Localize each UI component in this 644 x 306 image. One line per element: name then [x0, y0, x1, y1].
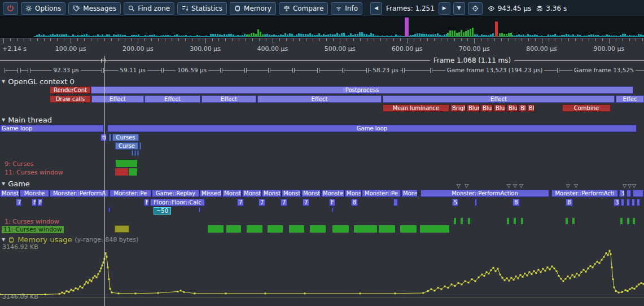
frame-bar[interactable] — [52, 34, 54, 37]
frame-bar[interactable] — [588, 35, 590, 37]
frame-histogram[interactable] — [0, 17, 644, 38]
subframe-marker[interactable] — [5, 68, 18, 73]
frame-bar[interactable] — [412, 35, 414, 37]
frame-bar[interactable] — [541, 36, 542, 37]
compare-button[interactable]: Compare — [279, 2, 328, 15]
frame-bar[interactable] — [244, 34, 246, 37]
frame-bar[interactable] — [278, 35, 279, 37]
frame-bar[interactable] — [581, 36, 583, 37]
frame-bar[interactable] — [633, 36, 635, 37]
frame-bar[interactable] — [163, 35, 164, 37]
zone-bar[interactable]: ▽ — [507, 183, 511, 189]
frame-bar[interactable] — [492, 33, 494, 37]
frame-bar[interactable] — [348, 35, 349, 37]
frame-bar[interactable] — [201, 36, 203, 37]
frame-bar[interactable] — [419, 33, 420, 37]
zone-bar[interactable] — [354, 225, 377, 233]
zone-f[interactable]: F — [32, 199, 37, 206]
frame-bar[interactable] — [50, 34, 51, 37]
frame-bar[interactable] — [102, 34, 103, 37]
frame-bar[interactable] — [366, 34, 367, 37]
frame-bar[interactable] — [63, 34, 65, 37]
frame-bar[interactable] — [470, 29, 471, 37]
frame-bar[interactable] — [536, 35, 538, 37]
frame-bar[interactable] — [520, 35, 522, 37]
frame-bar[interactable] — [314, 35, 316, 37]
frame-bar[interactable] — [613, 36, 615, 37]
zone-bar[interactable]: ▽ — [623, 183, 627, 189]
frame-bar[interactable] — [572, 34, 574, 37]
frame-bar[interactable] — [149, 35, 151, 37]
zone-blur[interactable]: Blur — [494, 104, 506, 112]
power-button[interactable] — [3, 2, 18, 15]
frame-bar[interactable] — [386, 36, 388, 37]
subframe-marker[interactable]: 58.23 μs — [368, 68, 403, 73]
frame-bar[interactable] — [325, 35, 327, 37]
frame-bar[interactable] — [120, 34, 121, 37]
messages-button[interactable]: Messages — [68, 2, 121, 15]
frame-bar[interactable] — [479, 36, 480, 37]
subframe-marker[interactable] — [20, 68, 28, 73]
zone-bar[interactable] — [507, 218, 509, 224]
frame-bar[interactable] — [579, 35, 581, 37]
zone-monster-pe[interactable]: Monster::Pe — [362, 190, 401, 197]
frame-bar[interactable] — [428, 34, 430, 37]
zone-floor-floor-calc[interactable]: Floor::Floor::Calc — [150, 199, 205, 206]
frame-bar[interactable] — [538, 36, 540, 37]
subframe-marker[interactable]: Game frame 13,523 (194.23 μs) — [432, 68, 558, 73]
zone-bar[interactable] — [627, 190, 631, 197]
frame-bar[interactable] — [99, 36, 101, 37]
frame-bar[interactable] — [36, 35, 38, 37]
frame-bar[interactable] — [363, 34, 365, 37]
zone-bar[interactable]: ▽ — [519, 183, 523, 189]
frame-bar[interactable] — [590, 34, 592, 37]
frame-bar[interactable] — [547, 34, 549, 37]
zone-7[interactable]: 7 — [281, 199, 287, 206]
memory-button[interactable]: Memory — [230, 2, 276, 15]
frame-bar[interactable] — [111, 36, 112, 37]
frame-bar[interactable] — [447, 33, 449, 37]
zone-bar[interactable] — [633, 218, 635, 224]
zone-bar[interactable] — [627, 218, 629, 224]
frame-bar[interactable] — [93, 36, 94, 37]
frame-bar[interactable] — [622, 34, 624, 37]
zone-effect[interactable]: Effect — [383, 95, 615, 103]
frame-bar[interactable] — [597, 35, 599, 37]
frame-bar[interactable] — [262, 34, 264, 37]
frame-bar[interactable] — [400, 36, 401, 37]
frame-bar[interactable] — [135, 35, 137, 37]
frame-bar[interactable] — [291, 34, 293, 37]
frame-bar[interactable] — [38, 34, 40, 37]
frame-bar[interactable] — [219, 34, 221, 37]
frame-bar[interactable] — [456, 33, 458, 37]
frame-bar[interactable] — [133, 35, 135, 37]
zone-bar[interactable]: ▽ — [465, 183, 468, 189]
subframe-marker[interactable] — [270, 68, 293, 73]
zone-mons[interactable]: Mons — [345, 190, 361, 197]
frame-bar[interactable] — [341, 33, 343, 37]
zone-8[interactable]: 8 — [351, 199, 358, 206]
frame-bar[interactable] — [361, 32, 363, 37]
zone-bar[interactable] — [139, 142, 141, 150]
zone-monste[interactable]: Monste — [0, 190, 19, 197]
frame-bar[interactable] — [233, 34, 234, 37]
frame-bar[interactable] — [566, 34, 567, 37]
subframe-marker[interactable] — [344, 68, 367, 73]
frame-bar[interactable] — [237, 35, 239, 37]
frame-bar[interactable] — [488, 35, 489, 37]
zone-monst[interactable]: Monst — [242, 190, 261, 197]
frame-bar[interactable] — [61, 34, 63, 37]
find-zone-button[interactable]: Find zone — [124, 2, 174, 15]
frame-bar[interactable] — [467, 30, 469, 37]
zone-mean-luminance[interactable]: Mean luminance — [383, 104, 449, 112]
zone-bar[interactable]: ▽ — [566, 183, 570, 189]
zone-effect[interactable]: Effect — [91, 95, 144, 103]
frame-bar[interactable] — [575, 36, 576, 37]
frame-bar-highlight[interactable] — [495, 21, 498, 37]
frame-bar[interactable] — [124, 35, 126, 37]
frame-bar[interactable] — [194, 36, 196, 37]
frame-bar[interactable] — [352, 35, 354, 37]
frame-bar[interactable] — [190, 36, 191, 37]
zone-5[interactable]: 5 — [452, 199, 458, 206]
frame-bar[interactable] — [410, 35, 411, 37]
